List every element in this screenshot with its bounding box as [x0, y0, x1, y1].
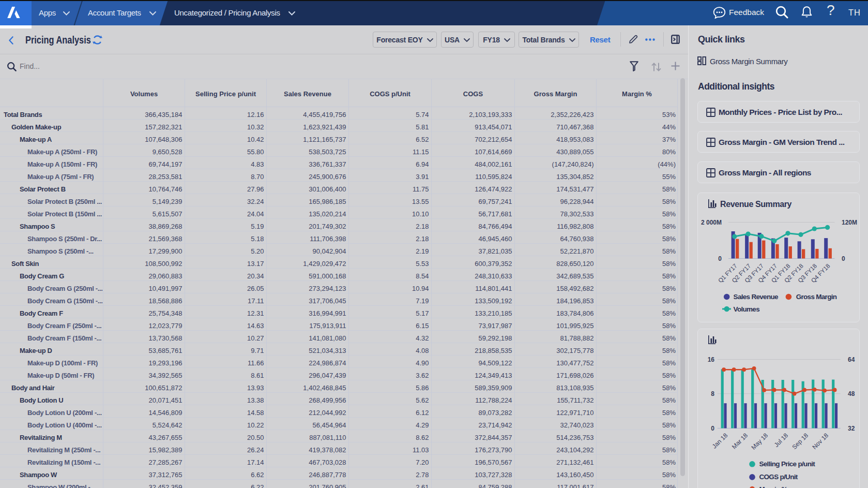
svg-text:48: 48 [848, 390, 855, 397]
svg-text:8: 8 [711, 390, 714, 397]
svg-text:0: 0 [718, 255, 722, 262]
svg-text:Margin %: Margin % [759, 485, 788, 488]
svg-text:64: 64 [848, 356, 855, 363]
svg-text:Gross Margin: Gross Margin [796, 293, 837, 301]
svg-text:Nov 18: Nov 18 [811, 432, 830, 451]
svg-text:COGS p/Unit: COGS p/Unit [759, 473, 798, 481]
svg-text:0: 0 [842, 255, 845, 262]
svg-text:0: 0 [711, 425, 714, 432]
svg-text:120M: 120M [842, 219, 857, 226]
svg-text:Revenue Summary: Revenue Summary [720, 200, 792, 209]
svg-text:Jan 18: Jan 18 [711, 432, 729, 450]
svg-text:16: 16 [708, 356, 715, 363]
svg-text:May 18: May 18 [750, 432, 769, 451]
svg-text:2 000M: 2 000M [701, 219, 722, 226]
svg-text:Selling Price p/unit: Selling Price p/unit [759, 460, 816, 468]
svg-text:Mar 18: Mar 18 [730, 432, 750, 451]
svg-text:Sales Revenue: Sales Revenue [734, 293, 779, 301]
svg-text:Jul 18: Jul 18 [773, 432, 790, 449]
svg-text:Volumes: Volumes [734, 305, 760, 313]
svg-text:32: 32 [848, 425, 855, 432]
svg-text:Sep 18: Sep 18 [790, 432, 810, 451]
